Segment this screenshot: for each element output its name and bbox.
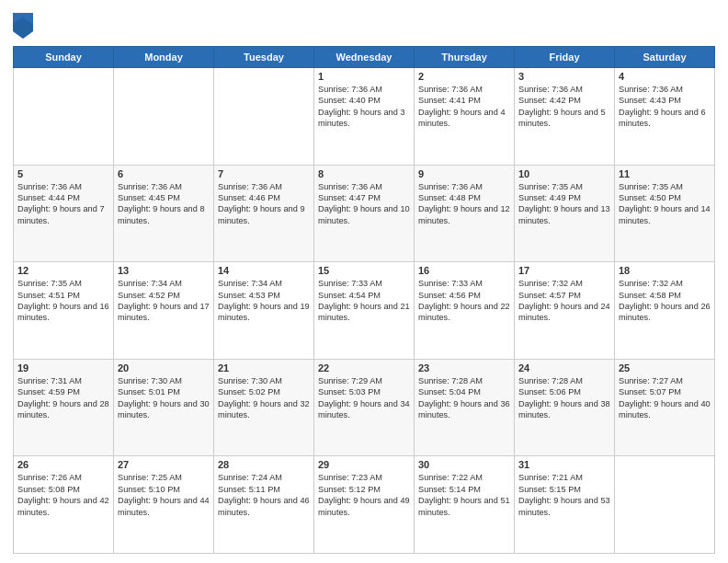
calendar-cell: 30Sunrise: 7:22 AMSunset: 5:14 PMDayligh… (415, 456, 515, 554)
day-number: 1 (318, 71, 410, 82)
cell-content: Sunrise: 7:21 AMSunset: 5:15 PMDaylight:… (518, 472, 610, 518)
calendar-cell (114, 68, 214, 166)
calendar-table: SundayMondayTuesdayWednesdayThursdayFrid… (13, 46, 715, 554)
cell-content: Sunrise: 7:27 AMSunset: 5:07 PMDaylight:… (619, 375, 711, 421)
calendar-cell: 8Sunrise: 7:36 AMSunset: 4:47 PMDaylight… (314, 165, 415, 262)
calendar-cell: 27Sunrise: 7:25 AMSunset: 5:10 PMDayligh… (114, 456, 214, 554)
calendar-cell: 21Sunrise: 7:30 AMSunset: 5:02 PMDayligh… (214, 359, 314, 456)
calendar-cell: 24Sunrise: 7:28 AMSunset: 5:06 PMDayligh… (515, 359, 615, 456)
day-number: 19 (17, 362, 109, 373)
calendar-day-header: Friday (515, 47, 615, 68)
day-number: 7 (218, 168, 310, 179)
calendar-day-header: Monday (114, 47, 214, 68)
cell-content: Sunrise: 7:31 AMSunset: 4:59 PMDaylight:… (17, 375, 109, 421)
calendar-cell: 29Sunrise: 7:23 AMSunset: 5:12 PMDayligh… (314, 456, 415, 554)
day-number: 24 (518, 362, 610, 373)
day-number: 3 (518, 71, 610, 82)
cell-content: Sunrise: 7:34 AMSunset: 4:52 PMDaylight:… (118, 278, 210, 324)
cell-content: Sunrise: 7:29 AMSunset: 5:03 PMDaylight:… (318, 375, 410, 421)
calendar-cell: 3Sunrise: 7:36 AMSunset: 4:42 PMDaylight… (515, 68, 615, 166)
calendar-day-header: Sunday (14, 47, 114, 68)
calendar-cell: 6Sunrise: 7:36 AMSunset: 4:45 PMDaylight… (114, 165, 214, 262)
day-number: 31 (518, 459, 610, 470)
calendar-cell: 26Sunrise: 7:26 AMSunset: 5:08 PMDayligh… (14, 456, 114, 554)
cell-content: Sunrise: 7:28 AMSunset: 5:06 PMDaylight:… (518, 375, 610, 421)
calendar-cell: 4Sunrise: 7:36 AMSunset: 4:43 PMDaylight… (615, 68, 715, 166)
calendar-week-row: 19Sunrise: 7:31 AMSunset: 4:59 PMDayligh… (14, 359, 715, 456)
cell-content: Sunrise: 7:32 AMSunset: 4:57 PMDaylight:… (518, 278, 610, 324)
calendar-cell: 15Sunrise: 7:33 AMSunset: 4:54 PMDayligh… (314, 262, 415, 360)
day-number: 4 (619, 71, 711, 82)
day-number: 23 (418, 362, 510, 373)
calendar-cell (214, 68, 314, 166)
calendar-day-header: Saturday (615, 47, 715, 68)
calendar-cell: 19Sunrise: 7:31 AMSunset: 4:59 PMDayligh… (14, 359, 114, 456)
day-number: 13 (118, 265, 210, 276)
calendar-week-row: 1Sunrise: 7:36 AMSunset: 4:40 PMDaylight… (14, 68, 715, 166)
cell-content: Sunrise: 7:25 AMSunset: 5:10 PMDaylight:… (118, 472, 210, 518)
calendar-cell: 11Sunrise: 7:35 AMSunset: 4:50 PMDayligh… (615, 165, 715, 262)
day-number: 12 (17, 265, 109, 276)
cell-content: Sunrise: 7:35 AMSunset: 4:50 PMDaylight:… (619, 181, 711, 227)
cell-content: Sunrise: 7:22 AMSunset: 5:14 PMDaylight:… (418, 472, 510, 518)
day-number: 5 (17, 168, 109, 179)
calendar-day-header: Thursday (415, 47, 515, 68)
calendar-cell: 25Sunrise: 7:27 AMSunset: 5:07 PMDayligh… (615, 359, 715, 456)
calendar-cell: 12Sunrise: 7:35 AMSunset: 4:51 PMDayligh… (14, 262, 114, 360)
calendar-cell: 1Sunrise: 7:36 AMSunset: 4:40 PMDaylight… (314, 68, 415, 166)
calendar-cell: 20Sunrise: 7:30 AMSunset: 5:01 PMDayligh… (114, 359, 214, 456)
day-number: 26 (17, 459, 109, 470)
calendar-cell: 17Sunrise: 7:32 AMSunset: 4:57 PMDayligh… (515, 262, 615, 360)
cell-content: Sunrise: 7:34 AMSunset: 4:53 PMDaylight:… (218, 278, 310, 324)
calendar-cell: 14Sunrise: 7:34 AMSunset: 4:53 PMDayligh… (214, 262, 314, 360)
cell-content: Sunrise: 7:35 AMSunset: 4:49 PMDaylight:… (518, 181, 610, 227)
day-number: 28 (218, 459, 310, 470)
logo-icon (13, 13, 33, 39)
calendar-cell: 5Sunrise: 7:36 AMSunset: 4:44 PMDaylight… (14, 165, 114, 262)
day-number: 11 (619, 168, 711, 179)
day-number: 30 (418, 459, 510, 470)
day-number: 8 (318, 168, 410, 179)
day-number: 18 (619, 265, 711, 276)
day-number: 2 (418, 71, 510, 82)
calendar-cell: 9Sunrise: 7:36 AMSunset: 4:48 PMDaylight… (415, 165, 515, 262)
calendar-cell: 18Sunrise: 7:32 AMSunset: 4:58 PMDayligh… (615, 262, 715, 360)
day-number: 10 (518, 168, 610, 179)
cell-content: Sunrise: 7:36 AMSunset: 4:47 PMDaylight:… (318, 181, 410, 227)
cell-content: Sunrise: 7:24 AMSunset: 5:11 PMDaylight:… (218, 472, 310, 518)
calendar-cell: 23Sunrise: 7:28 AMSunset: 5:04 PMDayligh… (415, 359, 515, 456)
cell-content: Sunrise: 7:26 AMSunset: 5:08 PMDaylight:… (17, 472, 109, 518)
calendar-cell: 28Sunrise: 7:24 AMSunset: 5:11 PMDayligh… (214, 456, 314, 554)
calendar-cell (14, 68, 114, 166)
calendar-week-row: 12Sunrise: 7:35 AMSunset: 4:51 PMDayligh… (14, 262, 715, 360)
day-number: 20 (118, 362, 210, 373)
calendar-day-header: Wednesday (314, 47, 415, 68)
cell-content: Sunrise: 7:33 AMSunset: 4:54 PMDaylight:… (318, 278, 410, 324)
day-number: 29 (318, 459, 410, 470)
cell-content: Sunrise: 7:30 AMSunset: 5:01 PMDaylight:… (118, 375, 210, 421)
cell-content: Sunrise: 7:36 AMSunset: 4:40 PMDaylight:… (318, 84, 410, 130)
calendar-cell: 7Sunrise: 7:36 AMSunset: 4:46 PMDaylight… (214, 165, 314, 262)
cell-content: Sunrise: 7:36 AMSunset: 4:48 PMDaylight:… (418, 181, 510, 227)
cell-content: Sunrise: 7:36 AMSunset: 4:41 PMDaylight:… (418, 84, 510, 130)
calendar-cell: 2Sunrise: 7:36 AMSunset: 4:41 PMDaylight… (415, 68, 515, 166)
day-number: 15 (318, 265, 410, 276)
cell-content: Sunrise: 7:36 AMSunset: 4:46 PMDaylight:… (218, 181, 310, 227)
header (13, 9, 715, 39)
day-number: 16 (418, 265, 510, 276)
cell-content: Sunrise: 7:36 AMSunset: 4:45 PMDaylight:… (118, 181, 210, 227)
calendar-cell (615, 456, 715, 554)
cell-content: Sunrise: 7:28 AMSunset: 5:04 PMDaylight:… (418, 375, 510, 421)
day-number: 21 (218, 362, 310, 373)
calendar-week-row: 26Sunrise: 7:26 AMSunset: 5:08 PMDayligh… (14, 456, 715, 554)
logo (13, 13, 36, 39)
cell-content: Sunrise: 7:35 AMSunset: 4:51 PMDaylight:… (17, 278, 109, 324)
calendar-cell: 10Sunrise: 7:35 AMSunset: 4:49 PMDayligh… (515, 165, 615, 262)
cell-content: Sunrise: 7:30 AMSunset: 5:02 PMDaylight:… (218, 375, 310, 421)
calendar-cell: 22Sunrise: 7:29 AMSunset: 5:03 PMDayligh… (314, 359, 415, 456)
calendar-cell: 31Sunrise: 7:21 AMSunset: 5:15 PMDayligh… (515, 456, 615, 554)
day-number: 25 (619, 362, 711, 373)
cell-content: Sunrise: 7:36 AMSunset: 4:43 PMDaylight:… (619, 84, 711, 130)
page: SundayMondayTuesdayWednesdayThursdayFrid… (0, 0, 728, 563)
cell-content: Sunrise: 7:32 AMSunset: 4:58 PMDaylight:… (619, 278, 711, 324)
